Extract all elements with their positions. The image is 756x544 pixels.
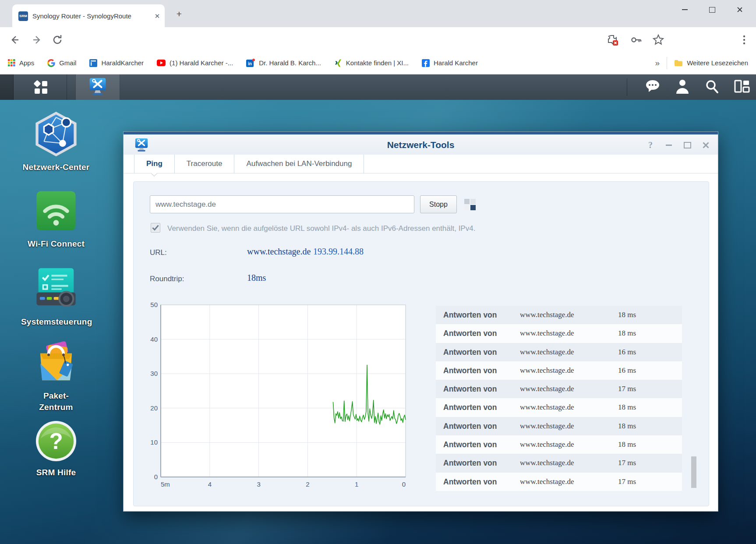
result-label: Antworten von — [443, 306, 497, 324]
tab-title: Synology Router - SynologyRoute — [32, 12, 151, 21]
ping-result-row[interactable]: Antworten vonwww.techstage.de16 ms — [436, 361, 682, 380]
ping-result-row[interactable]: Antworten vonwww.techstage.de18 ms — [436, 306, 682, 324]
forward-button[interactable] — [31, 33, 44, 46]
active-tab-notch — [151, 170, 157, 177]
result-time: 18 ms — [618, 324, 636, 343]
result-label: Antworten von — [443, 454, 497, 472]
dialog-tab-bar: Ping Traceroute Aufwachen bei LAN-Verbin… — [124, 155, 718, 173]
dialog-minimize-button[interactable] — [664, 141, 673, 149]
result-host: www.techstage.de — [520, 435, 574, 454]
desktop-icon-netzwerk-center[interactable]: Netzwerk-Center — [21, 111, 91, 173]
bookmark-label: Apps — [19, 59, 34, 67]
bookmark-apps-grid[interactable]: Apps — [8, 59, 34, 67]
bookmark-facebook[interactable]: Harald Karcher — [422, 59, 478, 67]
browser-tab[interactable]: SRM Synology Router - SynologyRoute ✕ — [12, 4, 165, 27]
dialog-header[interactable]: Netzwerk-Tools ? — [124, 134, 718, 155]
taskbar-network-tools-button[interactable] — [75, 74, 120, 100]
window-close-button[interactable] — [730, 4, 750, 16]
bookmark-linkedin[interactable]: inDr. Harald B. Karch... — [246, 59, 321, 67]
minimize-icon — [666, 145, 672, 146]
ping-panel: Stopp Verwenden Sie, wenn die aufgelöste… — [133, 181, 709, 506]
bookmark-youtube[interactable]: (1) Harald Karcher -... — [157, 59, 233, 67]
ping-result-row[interactable]: Antworten vonwww.techstage.de18 ms — [436, 398, 682, 417]
extension-puzzle-icon[interactable] — [606, 33, 619, 46]
close-icon — [737, 7, 743, 13]
bookmark-label: Gmail — [59, 59, 76, 67]
results-scrollbar-thumb[interactable] — [691, 456, 696, 488]
srm-taskbar-corner — [0, 74, 14, 100]
ping-result-row[interactable]: Antworten vonwww.techstage.de17 ms — [436, 380, 682, 398]
svg-text:50: 50 — [150, 302, 158, 308]
result-time: 17 ms — [618, 473, 636, 491]
result-host: www.techstage.de — [520, 380, 574, 398]
dialog-help-button[interactable]: ? — [646, 141, 655, 149]
ping-result-row[interactable]: Antworten vonwww.techstage.de18 ms — [436, 324, 682, 343]
widgets-button[interactable] — [734, 79, 750, 95]
result-label: Antworten von — [443, 417, 497, 435]
result-label: Antworten von — [443, 435, 497, 454]
browser-toolbar: Nicht sicher 192.168.1.1:8000/webman/ind… — [0, 27, 756, 52]
result-label: Antworten von — [443, 343, 497, 361]
svg-text:40: 40 — [150, 336, 158, 343]
bookmark-google-g[interactable]: Gmail — [47, 59, 76, 67]
stop-button[interactable]: Stopp — [420, 195, 457, 213]
search-icon — [704, 79, 719, 94]
ping-result-row[interactable]: Antworten vonwww.techstage.de16 ms — [436, 343, 682, 361]
window-minimize-button[interactable] — [675, 4, 695, 16]
desktop-icon-srm-hilfe[interactable]: ? SRM Hilfe — [21, 420, 91, 478]
tab-traceroute[interactable]: Traceroute — [175, 155, 235, 173]
close-icon — [703, 142, 709, 148]
new-tab-button[interactable]: + — [173, 9, 185, 20]
bookmark-label: Dr. Harald B. Karch... — [259, 59, 321, 67]
search-button[interactable] — [704, 79, 719, 95]
bookmarks-overflow-chevron[interactable]: » — [655, 58, 660, 68]
more-bookmarks-button[interactable]: Weitere Lesezeichen — [674, 59, 748, 67]
main-menu-button[interactable] — [15, 74, 67, 100]
reload-button[interactable] — [51, 33, 64, 46]
user-icon — [675, 79, 689, 94]
bookmarks-separator — [667, 57, 667, 69]
desktop-icon-wifi-connect[interactable]: Wi-Fi Connect — [21, 187, 91, 250]
svg-text:1: 1 — [355, 480, 358, 488]
dialog-close-button[interactable] — [701, 141, 710, 149]
bookmark-site-window[interactable]: HaraldKarcher — [89, 59, 144, 67]
result-label: Antworten von — [443, 398, 497, 417]
window-maximize-button[interactable] — [702, 4, 722, 16]
ping-result-row[interactable]: Antworten vonwww.techstage.de18 ms — [436, 435, 682, 454]
taskbar-divider — [627, 78, 627, 96]
user-options-button[interactable] — [675, 79, 689, 95]
ipv4-preference-checkbox[interactable] — [151, 223, 160, 233]
tab-close-icon[interactable]: ✕ — [153, 12, 161, 20]
ping-result-row[interactable]: Antworten vonwww.techstage.de17 ms — [436, 473, 682, 491]
back-button[interactable] — [8, 33, 21, 46]
main-menu-icon — [32, 79, 49, 95]
apps-grid-icon — [8, 59, 15, 67]
result-time: 18 ms — [618, 417, 636, 435]
bookmarks-list: AppsGmailHaraldKarcher(1) Harald Karcher… — [8, 59, 491, 67]
browser-menu-icon[interactable] — [738, 33, 751, 46]
tab-ping[interactable]: Ping — [134, 155, 175, 173]
ping-target-input[interactable] — [150, 195, 414, 213]
result-host: www.techstage.de — [520, 324, 574, 343]
network-tools-icon — [88, 78, 107, 97]
dialog-maximize-button[interactable] — [683, 141, 692, 149]
url-label: URL: — [150, 248, 167, 257]
password-key-icon[interactable] — [629, 33, 643, 46]
desktop-icon-label: Netzwerk-Center — [21, 162, 91, 173]
notifications-button[interactable] — [645, 79, 661, 95]
bookmark-xing[interactable]: Kontakte finden | XI... — [334, 59, 409, 67]
desktop-icon-systemsteuerung[interactable]: Systemsteuerung — [21, 265, 91, 328]
bookmark-star-icon[interactable] — [652, 33, 665, 46]
ping-result-row[interactable]: Antworten vonwww.techstage.de18 ms — [436, 417, 682, 435]
linkedin-icon: in — [246, 59, 255, 67]
maximize-icon — [709, 7, 715, 13]
youtube-icon — [157, 60, 166, 66]
ping-result-row[interactable]: Antworten vonwww.techstage.de17 ms — [436, 454, 682, 472]
desktop-icon-label: SRM Hilfe — [21, 467, 91, 478]
desktop-icon-paket-zentrum[interactable]: Paket- Zentrum — [21, 339, 91, 413]
tab-wake-on-lan[interactable]: Aufwachen bei LAN-Verbindung — [234, 155, 364, 173]
srm-favicon: SRM — [18, 11, 28, 21]
svg-text:in: in — [248, 61, 252, 66]
result-host: www.techstage.de — [520, 398, 574, 417]
result-time: 16 ms — [618, 343, 636, 361]
